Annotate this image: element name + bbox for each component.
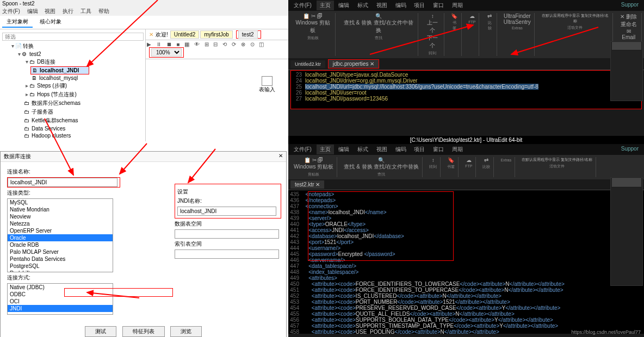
ultraedit-top: 文件(F) 主页 编辑 标式 视图 编码 项目 窗口 周期 Suppor 📋 ✂… — [288, 0, 644, 136]
ribbon-groups: 📋 ✂ 🗐Windows 剪贴板剪贴板 🔍查找 & 替换 查找/在文件中替换查找… — [288, 11, 644, 58]
left-tabs: 主对象树 核心对象 — [0, 16, 288, 29]
canvas-toolbar[interactable]: ▶ ⏸ ⏹ ■ ▦ 👁 ⊞ ⊟ ⟲ ⟳ ⊗ ⊙ ◫ 100% — [146, 40, 288, 59]
index-tablespace-input[interactable] — [175, 249, 279, 259]
tree-hadoop[interactable]: Hadoop clusters — [32, 133, 71, 139]
minimap[interactable] — [610, 177, 643, 286]
watermark: https://blog.csdn.net/lovePaul77 — [571, 329, 641, 335]
type-option[interactable]: Oracle — [8, 234, 113, 241]
tree-kettle[interactable]: Kettle集群schemas — [32, 117, 78, 123]
jndi-name-label: JNDI名称: — [177, 197, 278, 205]
tree-steps[interactable]: Steps (步骤) — [37, 83, 67, 89]
type-option[interactable]: Redshift — [8, 270, 113, 272]
type-option[interactable]: Netezza — [8, 220, 113, 227]
conn-option[interactable]: OCI — [8, 298, 113, 305]
close-icon[interactable]: ✕ — [370, 61, 374, 67]
conn-method-label: 连接方式: — [7, 274, 280, 282]
window-title: Spoon - test2 — [0, 0, 288, 7]
tab-test2[interactable]: test2 — [238, 30, 258, 39]
type-option[interactable]: Neoview — [8, 213, 113, 220]
file-tab-test2[interactable]: test2.ktr ✕ — [290, 180, 324, 189]
conn-method-list[interactable]: Native (JDBC)ODBCOCIJNDI — [7, 283, 113, 315]
conn-type-list[interactable]: MySQLNative MondrianNeoviewNetezzaOpenER… — [7, 198, 113, 272]
spoon-window: Spoon - test2 文件(F) 编辑 视图 执行 工具 帮助 主对象树 … — [0, 0, 288, 141]
menu-edit[interactable]: 编辑 — [27, 8, 38, 14]
ultraedit-bottom: [C:\Users\Y\Desktop\test2.ktr] - UltraEd… — [288, 136, 644, 337]
type-option[interactable]: PostgreSQL — [8, 263, 113, 270]
type-option[interactable]: Palo MOLAP Server — [8, 248, 113, 255]
code-editor[interactable]: 23localhost_JNDI/type=javax.sql.DataSour… — [290, 70, 642, 109]
conn-option[interactable]: ODBC — [8, 291, 113, 298]
minimap[interactable] — [610, 41, 643, 101]
zoom-select[interactable]: 100% — [151, 48, 182, 57]
canvas-step[interactable]: 表输入 — [259, 76, 275, 93]
tree-panel: ▾📄转换 ▾⚙test2 ▾🗀DB连接 🗎localhost_JNDI 🗎loc… — [0, 29, 146, 141]
conn-option[interactable]: JNDI — [8, 305, 113, 312]
window-title: [C:\Users\Y\Desktop\test2.ktr] - UltraEd… — [288, 136, 644, 144]
tree-jndi[interactable]: localhost_JNDI — [40, 67, 79, 73]
tree-test2[interactable]: test2 — [29, 51, 41, 57]
tree-root[interactable]: 转换 — [23, 43, 34, 49]
menu-file[interactable]: 文件(F) — [2, 8, 20, 14]
menu-tools[interactable]: 工具 — [81, 8, 91, 14]
tree-dbconn[interactable]: DB连接 — [37, 59, 55, 65]
menu-help[interactable]: 帮助 — [98, 8, 109, 14]
test-button[interactable]: 测试 — [85, 326, 116, 337]
conn-name-label: 连接名称: — [7, 168, 280, 176]
type-option[interactable]: Pentaho Data Services — [8, 255, 113, 263]
xml-editor[interactable]: 435 <notepads>436 </notepads>437 <connec… — [288, 190, 644, 334]
welcome-tab[interactable]: 欢迎! — [156, 31, 168, 39]
tree-schemas[interactable]: 数据库分区schemas — [32, 100, 81, 106]
tree-mysql[interactable]: localhost_mysql — [39, 75, 78, 81]
file-tab-untitled2[interactable]: Untitled2.ktr — [290, 60, 325, 68]
data-tablespace-input[interactable] — [175, 229, 279, 239]
close-icon[interactable]: ✕ — [278, 153, 283, 160]
jndi-name-input[interactable] — [177, 207, 276, 216]
tab-core-objects[interactable]: 核心对象 — [35, 17, 66, 27]
feature-list-button[interactable]: 特征列表 — [122, 326, 165, 337]
type-option[interactable]: Oracle RDB — [8, 241, 113, 248]
type-option[interactable]: Native Mondrian — [8, 206, 113, 213]
settings-panel: 设置 JNDI名称: 数据表空间 索引表空间 — [175, 184, 281, 259]
menu-view[interactable]: 视图 — [45, 8, 55, 14]
index-tablespace-label: 索引表空间 — [175, 240, 281, 248]
tree-slaves[interactable]: 子服务器 — [32, 109, 53, 115]
close-icon[interactable]: ✕ — [315, 182, 320, 188]
browse-button[interactable]: 浏览 — [170, 326, 202, 337]
menu-bar[interactable]: 文件(F) 编辑 视图 执行 工具 帮助 — [0, 7, 288, 16]
type-option[interactable]: MySQL — [8, 199, 113, 206]
dialog-title: 数据库连接 — [4, 153, 31, 160]
search-input[interactable] — [2, 33, 144, 41]
conn-option[interactable]: Native (JDBC) — [8, 284, 113, 291]
db-connection-dialog: 数据库连接✕ 连接名称: 连接类型: MySQLNative MondrianN… — [0, 151, 287, 337]
tree-hops[interactable]: Hops (节点连接) — [37, 91, 77, 97]
tab-myfirstjob[interactable]: myfirstJob — [200, 30, 233, 39]
ribbon-tabs[interactable]: 文件(F) 主页 编辑 标式 视图 编码 项目 窗口 周期 Suppor — [290, 1, 642, 10]
tab-untitled2[interactable]: Untitled2 — [170, 30, 199, 39]
data-tablespace-label: 数据表空间 — [175, 220, 281, 228]
tree-ds[interactable]: Data Services — [32, 126, 65, 132]
conn-name-input[interactable] — [8, 178, 117, 187]
type-option[interactable]: OpenERP Server — [8, 227, 113, 234]
tab-main-objects[interactable]: 主对象树 — [2, 17, 33, 28]
menu-exec[interactable]: 执行 — [63, 8, 73, 14]
file-tab-jdbc[interactable]: jdbc.properties ✕ — [328, 59, 379, 68]
